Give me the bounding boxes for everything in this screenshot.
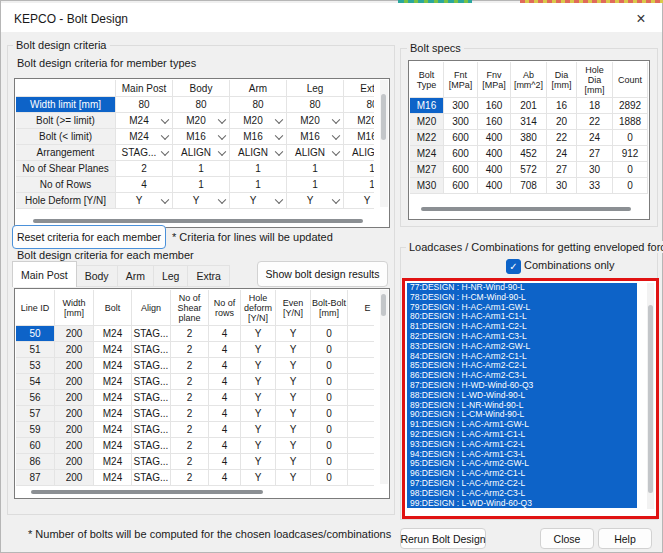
lines-cell[interactable]: 4 xyxy=(209,454,241,470)
lines-cell[interactable]: STAG... xyxy=(132,470,171,486)
loadcase-item-selected[interactable]: 97:DESIGN : L-AC-Arm2-C2-L xyxy=(407,479,637,489)
bolt-specs-cell[interactable]: 2892 xyxy=(613,98,648,114)
member-types-cell[interactable]: 1 xyxy=(230,177,287,193)
lines-cell[interactable]: M24 xyxy=(94,470,132,486)
chevron-down-icon[interactable] xyxy=(161,115,169,123)
member-types-cell[interactable]: 1 xyxy=(344,177,374,193)
bolt-specs-cell[interactable]: 452 xyxy=(511,146,547,162)
tab-extra[interactable]: Extra xyxy=(188,265,230,287)
lines-cell[interactable] xyxy=(348,390,374,406)
lines-cell[interactable]: M24 xyxy=(94,438,132,454)
lines-cell[interactable]: 200 xyxy=(55,326,94,342)
lines-cell[interactable]: 200 xyxy=(55,422,94,438)
loadcases-listbox[interactable]: 77:DESIGN : H-NR-Wind-90-L78:DESIGN : H-… xyxy=(407,283,637,509)
member-types-dropdown-cell[interactable]: Y xyxy=(116,193,173,209)
member-types-dropdown-cell[interactable]: M20 xyxy=(173,113,230,129)
chevron-down-icon[interactable] xyxy=(218,147,226,155)
lines-cell[interactable]: Y xyxy=(276,374,311,390)
rerun-bolt-design-button[interactable]: Rerun Bolt Design xyxy=(400,528,486,549)
bolt-specs-cell[interactable]: 400 xyxy=(478,146,511,162)
close-icon[interactable]: × xyxy=(629,8,653,30)
bolt-type-cell[interactable]: M22 xyxy=(410,130,444,146)
chevron-down-icon[interactable] xyxy=(275,131,283,139)
lines-cell[interactable]: 2 xyxy=(171,326,209,342)
loadcase-item-selected[interactable]: 84:DESIGN : H-AC-Arm2-C1-L xyxy=(407,352,637,362)
bolt-specs-cell[interactable]: 380 xyxy=(511,130,547,146)
lines-cell[interactable]: 2 xyxy=(171,358,209,374)
lines-cell[interactable]: Y xyxy=(241,390,276,406)
lines-cell[interactable]: 4 xyxy=(209,470,241,486)
bolt-specs-horizontal-scrollbar[interactable] xyxy=(421,207,631,211)
chevron-down-icon[interactable] xyxy=(275,115,283,123)
bolt-specs-cell[interactable]: 314 xyxy=(511,114,547,130)
lines-cell[interactable]: Y xyxy=(241,326,276,342)
bolt-specs-cell[interactable]: 1888 xyxy=(613,114,648,130)
member-types-cell[interactable]: 1 xyxy=(287,161,344,177)
member-types-row-header[interactable]: Bolt (>= limit) xyxy=(16,113,116,129)
tab-main-post[interactable]: Main Post xyxy=(12,261,77,287)
lines-cell[interactable] xyxy=(348,454,374,470)
bolt-specs-cell[interactable]: 600 xyxy=(444,162,478,178)
member-types-cell[interactable]: 2 xyxy=(116,161,173,177)
member-types-cell[interactable]: 80 xyxy=(287,97,344,113)
loadcase-item-selected[interactable]: 92:DESIGN : L-AC-Arm1-C1-L xyxy=(407,430,637,440)
loadcase-item-selected[interactable]: 90:DESIGN : L-CM-Wind-90-L xyxy=(407,410,637,420)
line-id-cell[interactable]: 60 xyxy=(16,438,55,454)
loadcase-item-selected[interactable]: 81:DESIGN : H-AC-Arm1-C2-L xyxy=(407,322,637,332)
member-types-dropdown-cell[interactable]: M16 xyxy=(230,129,287,145)
lines-cell[interactable] xyxy=(348,422,374,438)
chevron-down-icon[interactable] xyxy=(332,195,340,203)
lines-cell[interactable]: 0 xyxy=(311,454,348,470)
help-button[interactable]: Help xyxy=(598,528,652,549)
member-types-cell[interactable]: 80 xyxy=(116,97,173,113)
lines-cell[interactable]: M24 xyxy=(94,342,132,358)
lines-cell[interactable]: Y xyxy=(276,406,311,422)
line-id-cell[interactable]: 59 xyxy=(16,422,55,438)
bolt-type-cell[interactable]: M16 xyxy=(410,98,444,114)
loadcase-item-selected[interactable]: 98:DESIGN : L-AC-Arm2-C3-L xyxy=(407,489,637,499)
lines-cell[interactable]: 4 xyxy=(209,326,241,342)
bolt-specs-cell[interactable]: 22 xyxy=(547,130,577,146)
lines-cell[interactable]: 4 xyxy=(209,374,241,390)
bolt-type-cell[interactable]: M30 xyxy=(410,178,444,194)
lines-cell[interactable]: 2 xyxy=(171,406,209,422)
lines-cell[interactable]: Y xyxy=(276,438,311,454)
lines-cell[interactable]: STAG... xyxy=(132,390,171,406)
line-id-cell[interactable]: 57 xyxy=(16,406,55,422)
combinations-only-label[interactable]: Combinations only xyxy=(524,259,615,271)
lines-cell[interactable]: Y xyxy=(276,454,311,470)
bolt-specs-cell[interactable]: 400 xyxy=(478,162,511,178)
lines-cell[interactable]: 200 xyxy=(55,342,94,358)
loadcase-item-selected[interactable]: 87:DESIGN : H-WD-Wind-60-Q3 xyxy=(407,381,637,391)
member-types-row-header[interactable]: Bolt (< limit) xyxy=(16,129,116,145)
line-id-cell[interactable]: 54 xyxy=(16,374,55,390)
lines-cell[interactable] xyxy=(348,470,374,486)
member-types-dropdown-cell[interactable]: ALIGN xyxy=(344,145,374,161)
member-types-cell[interactable]: 4 xyxy=(116,177,173,193)
tab-arm[interactable]: Arm xyxy=(118,265,154,287)
chevron-down-icon[interactable] xyxy=(332,147,340,155)
member-types-row-header[interactable]: Width limit [mm] xyxy=(16,97,116,113)
lines-cell[interactable]: STAG... xyxy=(132,422,171,438)
lines-cell[interactable]: 2 xyxy=(171,454,209,470)
bolt-specs-cell[interactable]: 708 xyxy=(511,178,547,194)
lines-cell[interactable]: M24 xyxy=(94,358,132,374)
bolt-type-cell[interactable]: M20 xyxy=(410,114,444,130)
bolt-specs-cell[interactable]: 18 xyxy=(577,98,613,114)
member-types-dropdown-cell[interactable]: M24 xyxy=(116,129,173,145)
lines-cell[interactable]: 2 xyxy=(171,422,209,438)
lines-cell[interactable]: 200 xyxy=(55,454,94,470)
lines-cell[interactable]: STAG... xyxy=(132,326,171,342)
line-id-cell[interactable]: 53 xyxy=(16,358,55,374)
tab-body[interactable]: Body xyxy=(77,265,118,287)
lines-cell[interactable]: Y xyxy=(276,358,311,374)
scrollbar-thumb[interactable] xyxy=(381,294,386,316)
member-types-cell[interactable]: 1 xyxy=(173,177,230,193)
tab-leg[interactable]: Leg xyxy=(154,265,189,287)
lines-cell[interactable]: STAG... xyxy=(132,406,171,422)
lines-cell[interactable]: Y xyxy=(276,470,311,486)
bolt-specs-cell[interactable]: 300 xyxy=(444,114,478,130)
bolt-specs-cell[interactable]: 300 xyxy=(444,98,478,114)
lines-cell[interactable]: STAG... xyxy=(132,374,171,390)
member-types-cell[interactable]: 1 xyxy=(287,177,344,193)
